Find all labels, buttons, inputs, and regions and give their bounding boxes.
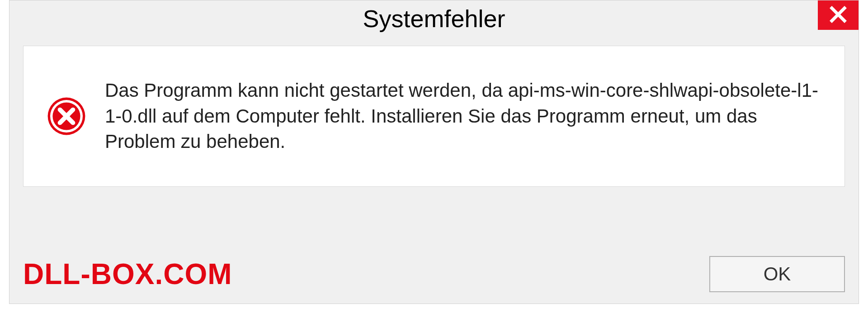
error-message: Das Programm kann nicht gestartet werden… (105, 78, 822, 155)
close-button[interactable] (818, 0, 859, 30)
watermark-text: DLL-BOX.COM (23, 257, 232, 291)
error-dialog: Systemfehler Das Programm kann nicht ges… (9, 0, 859, 304)
ok-button-label: OK (764, 263, 791, 285)
titlebar: Systemfehler (9, 0, 859, 37)
error-icon (46, 96, 87, 137)
close-icon (829, 5, 847, 25)
ok-button[interactable]: OK (709, 256, 845, 292)
dialog-footer: DLL-BOX.COM OK (23, 256, 845, 292)
dialog-title: Systemfehler (363, 5, 505, 33)
content-box: Das Programm kann nicht gestartet werden… (23, 46, 845, 187)
